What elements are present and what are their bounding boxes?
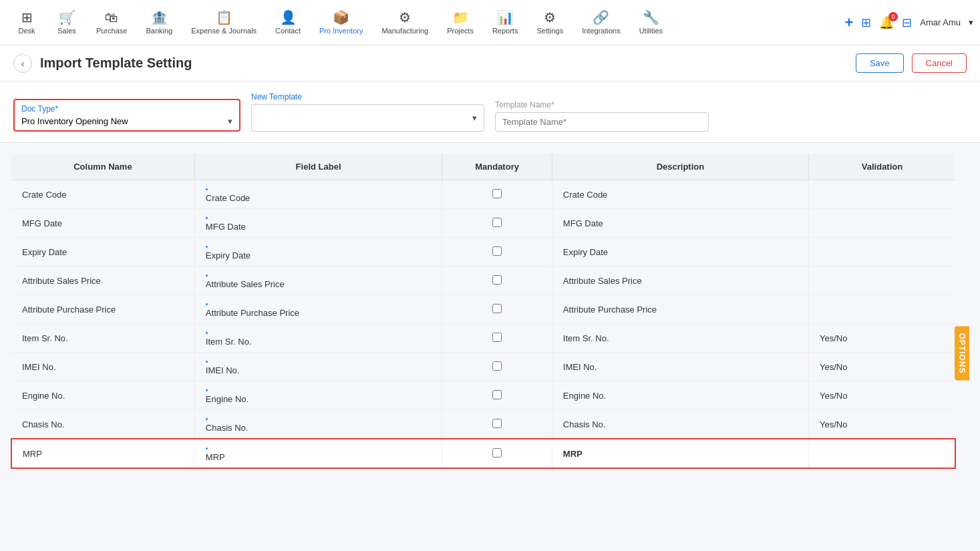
cell-field-label: • (194, 266, 442, 295)
save-button[interactable]: Save (856, 53, 904, 73)
col-header-field-label: Field Label (194, 154, 442, 180)
grid-button[interactable]: ⊞ (861, 15, 871, 30)
table-row: Attribute Purchase Price•Attribute Purch… (11, 295, 955, 324)
nav-manufacturing-label: Manufacturing (381, 27, 428, 35)
cell-validation: Yes/No (808, 381, 955, 410)
integrations-icon: 🔗 (593, 11, 609, 24)
back-button[interactable]: ‹ (13, 54, 32, 73)
nav-manufacturing[interactable]: ⚙ Manufacturing (372, 5, 438, 40)
field-label-input[interactable] (206, 365, 431, 375)
table-row: MFG Date•MFG Date (11, 209, 955, 238)
nav-sales-label: Sales (57, 27, 76, 35)
nav-sales[interactable]: 🛒 Sales (47, 5, 87, 40)
table-row: MRP•MRP (11, 439, 955, 468)
field-label-input[interactable] (206, 250, 431, 260)
mandatory-checkbox[interactable] (492, 246, 502, 256)
new-template-select[interactable] (259, 109, 472, 127)
apps-button[interactable]: ⊟ (902, 15, 912, 30)
nav-reports-label: Reports (492, 27, 518, 35)
user-dropdown-icon[interactable]: ▾ (969, 17, 973, 27)
col-header-validation: Validation (808, 154, 955, 180)
cancel-button[interactable]: Cancel (912, 53, 967, 73)
nav-pro-inventory[interactable]: 📦 Pro Inventory (310, 5, 372, 40)
mandatory-checkbox[interactable] (492, 275, 502, 285)
nav-integrations[interactable]: 🔗 Integrations (573, 5, 629, 40)
nav-settings-label: Settings (536, 27, 563, 35)
table-row: Engine No.•Engine No.Yes/No (11, 381, 955, 410)
cell-description: Crate Code (552, 180, 808, 209)
purchase-icon: 🛍 (105, 11, 118, 24)
topnav: ⊞ Desk 🛒 Sales 🛍 Purchase 🏦 Banking 📋 Ex… (0, 0, 980, 45)
field-label-input[interactable] (206, 193, 431, 203)
new-template-label: New Template (251, 92, 484, 102)
nav-expense-label: Expense & Journals (191, 27, 257, 35)
field-label-input[interactable] (206, 308, 431, 318)
mandatory-checkbox[interactable] (492, 218, 502, 227)
add-button[interactable]: + (844, 14, 853, 31)
cell-column-name: Attribute Purchase Price (11, 295, 194, 324)
page-title: Import Template Setting (40, 55, 848, 71)
cell-field-label: • (194, 353, 442, 381)
doc-type-select[interactable]: Pro Inventory Opening New (21, 116, 228, 126)
sales-icon: 🛒 (59, 11, 75, 24)
doc-type-label: Doc Type* (21, 104, 232, 114)
cell-mandatory (442, 209, 552, 238)
field-label-input[interactable] (206, 337, 431, 347)
reports-icon: 📊 (497, 11, 514, 24)
mandatory-checkbox[interactable] (492, 390, 502, 399)
field-label-input[interactable] (206, 279, 431, 289)
nav-expense[interactable]: 📋 Expense & Journals (182, 5, 266, 40)
page-header: ‹ Import Template Setting Save Cancel (0, 45, 980, 81)
mandatory-checkbox[interactable] (492, 448, 502, 457)
nav-purchase-label: Purchase (96, 27, 127, 35)
cell-field-label: • (194, 381, 442, 410)
pro-inventory-icon: 📦 (333, 11, 349, 24)
field-label-input[interactable] (206, 394, 431, 404)
user-menu[interactable]: Amar Amu (920, 17, 961, 27)
cell-column-name: Expiry Date (11, 238, 194, 266)
table-row: Item Sr. No.•Item Sr. No.Yes/No (11, 324, 955, 353)
topnav-right: + ⊞ 🔔 0 ⊟ Amar Amu ▾ (844, 14, 973, 31)
cell-field-label: • (194, 324, 442, 353)
nav-banking[interactable]: 🏦 Banking (136, 5, 182, 40)
template-name-group: Template Name* (495, 100, 709, 132)
mandatory-checkbox[interactable] (492, 304, 502, 313)
field-label-input[interactable] (206, 452, 431, 462)
cell-column-name: Attribute Sales Price (11, 266, 194, 295)
mandatory-checkbox[interactable] (492, 333, 502, 342)
nav-purchase[interactable]: 🛍 Purchase (87, 5, 136, 40)
desk-icon: ⊞ (21, 11, 33, 24)
options-tab[interactable]: OPTIONS (955, 326, 969, 380)
cell-validation (808, 180, 955, 209)
cell-column-name: IMEI No. (11, 353, 194, 381)
nav-banking-label: Banking (146, 27, 172, 35)
cell-column-name: Chasis No. (11, 410, 194, 439)
nav-contact[interactable]: 👤 Contact (266, 5, 310, 40)
field-label-input[interactable] (206, 423, 431, 433)
template-name-input[interactable] (495, 112, 709, 132)
nav-desk[interactable]: ⊞ Desk (7, 5, 47, 40)
field-label-input[interactable] (206, 222, 431, 232)
cell-column-name: Item Sr. No. (11, 324, 194, 353)
cell-validation (808, 238, 955, 266)
form-section: Doc Type* Pro Inventory Opening New ▾ Ne… (0, 81, 980, 143)
cell-mandatory (442, 439, 552, 468)
nav-settings[interactable]: ⚙ Settings (527, 5, 573, 40)
nav-utilities[interactable]: 🔧 Utilities (630, 5, 672, 40)
cell-description: Item Sr. No. (552, 324, 808, 353)
cell-field-label: • (194, 238, 442, 266)
mandatory-checkbox[interactable] (492, 189, 502, 198)
nav-contact-label: Contact (275, 27, 301, 35)
nav-projects-label: Projects (447, 27, 474, 35)
cell-description: Expiry Date (552, 238, 808, 266)
notification-badge: 0 (888, 12, 898, 21)
cell-column-name: MFG Date (11, 209, 194, 238)
mandatory-checkbox[interactable] (492, 419, 502, 428)
notification-button[interactable]: 🔔 0 (879, 15, 894, 30)
nav-reports[interactable]: 📊 Reports (483, 5, 528, 40)
mandatory-checkbox[interactable] (492, 361, 502, 371)
table-row: Expiry Date•Expiry Date (11, 238, 955, 266)
table-row: Chasis No.•Chasis No.Yes/No (11, 410, 955, 439)
nav-projects[interactable]: 📁 Projects (438, 5, 483, 40)
cell-field-label: • (194, 209, 442, 238)
